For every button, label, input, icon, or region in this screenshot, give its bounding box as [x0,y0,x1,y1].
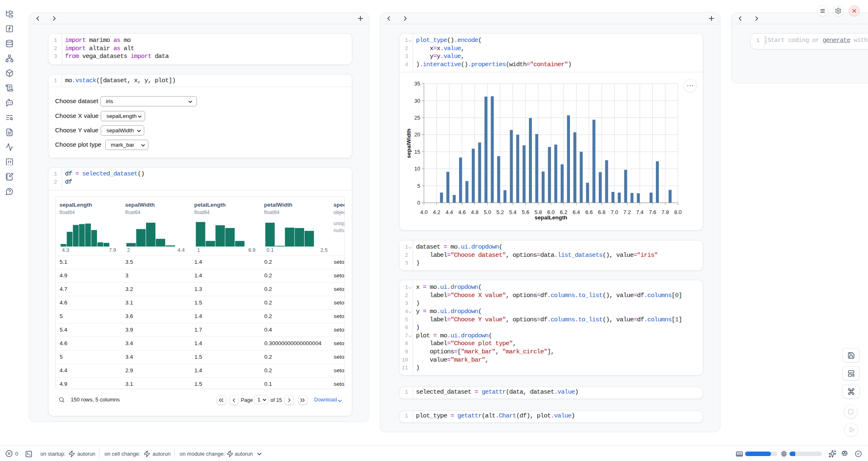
svg-text:7.8: 7.8 [661,209,669,215]
svg-text:sepalWidth: sepalWidth [405,129,411,158]
svg-text:8.0: 8.0 [674,209,681,215]
svg-text:20: 20 [414,131,420,138]
svg-text:6.4: 6.4 [573,209,580,215]
svg-text:25: 25 [414,115,420,121]
svg-text:15: 15 [414,149,420,155]
svg-text:30: 30 [414,97,420,104]
svg-text:4.0: 4.0 [420,209,427,215]
svg-text:6.6: 6.6 [585,209,593,215]
svg-text:4.8: 4.8 [471,209,478,215]
svg-text:7.0: 7.0 [610,209,618,215]
svg-text:5.2: 5.2 [496,209,503,215]
svg-text:4.2: 4.2 [433,209,440,215]
svg-text:0: 0 [417,200,420,206]
svg-text:7.6: 7.6 [649,209,656,215]
svg-text:10: 10 [414,166,420,172]
svg-text:6.8: 6.8 [598,209,605,215]
svg-text:5.0: 5.0 [483,209,491,215]
svg-text:7.2: 7.2 [623,209,630,215]
svg-text:35: 35 [414,81,420,87]
svg-text:5.6: 5.6 [522,209,529,215]
svg-text:5: 5 [417,183,420,189]
svg-text:4.6: 4.6 [458,209,466,215]
svg-text:7.4: 7.4 [636,209,643,215]
svg-text:4.4: 4.4 [446,209,453,215]
svg-text:sepalLength: sepalLength [534,214,567,221]
svg-text:5.4: 5.4 [509,209,516,215]
